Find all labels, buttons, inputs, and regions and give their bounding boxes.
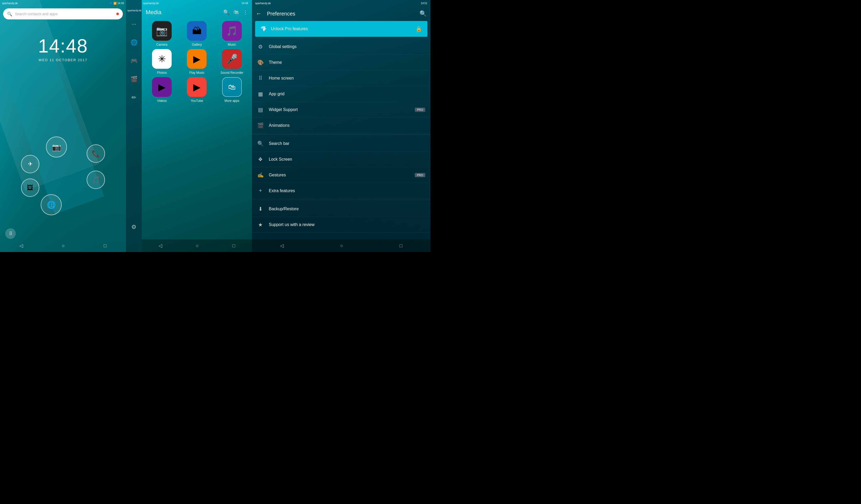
pref-item-gestures[interactable]: ✍ Gestures PRO xyxy=(252,167,430,183)
app-cell-music[interactable]: 🎵 Music xyxy=(216,21,248,46)
pref-item-extra-features[interactable]: + Extra features xyxy=(252,183,430,199)
more-icon: ··· xyxy=(132,21,136,28)
moreapps-label: More apps xyxy=(224,99,240,103)
status-bar-1: sparhandy.de 🔵 📶 14:48 xyxy=(0,0,126,6)
app-cell-videos[interactable]: ▶ Videos xyxy=(146,77,178,103)
sidebar: sparhandy.de ··· 🌐 🎮 🎬 ✏ ⚙ xyxy=(126,0,142,252)
music-app-icon[interactable]: 🎵 xyxy=(87,171,105,189)
home-screen-label: Home screen xyxy=(269,76,425,81)
back-arrow-button[interactable]: ← xyxy=(256,10,262,17)
back-button-3[interactable]: ◁ xyxy=(280,243,284,249)
carrier-3: sparhandy.de xyxy=(255,2,271,5)
app-cell-camera[interactable]: 📷 Camera xyxy=(146,21,178,46)
gear-icon: ⚙ xyxy=(257,44,263,50)
pref-item-animations[interactable]: 🎬 Animations xyxy=(252,118,430,133)
recent-button-1[interactable]: □ xyxy=(104,243,107,249)
back-button-1[interactable]: ◁ xyxy=(19,243,23,249)
media-header: Media 🔍 🛍 ⋮ xyxy=(142,6,252,18)
pref-item-app-grid[interactable]: ▦ App grid xyxy=(252,86,430,102)
phone-app-icon[interactable]: 📞 xyxy=(87,145,105,163)
gestures-label: Gestures xyxy=(269,173,410,177)
browser-app-icon[interactable]: 🌐 xyxy=(41,194,62,215)
app-cell-moreapps[interactable]: 🛍 More apps xyxy=(216,77,248,103)
main-content: sparhandy.de 14:48 Media 🔍 🛍 ⋮ 📷 Camera xyxy=(142,0,252,252)
camera-icon: 📷 xyxy=(152,21,172,41)
pref-item-widget-support[interactable]: ▤ Widget Support PRO xyxy=(252,102,430,118)
carrier-2: sparhandy.de xyxy=(127,9,141,12)
telegram-app-icon[interactable]: ✈ xyxy=(21,155,39,173)
sidebar-item-media[interactable]: 🎬 xyxy=(126,70,142,88)
search-bar-label: Search bar xyxy=(269,141,425,146)
star-icon: ★ xyxy=(257,221,263,228)
status-bar-2: sparhandy.de xyxy=(126,8,142,14)
search-icon: 🔍 xyxy=(7,12,12,16)
widget-support-label: Widget Support xyxy=(269,107,410,112)
unlock-pro-banner[interactable]: 💎 Unlock Pro features 🔒 xyxy=(255,21,427,37)
app-cell-photos[interactable]: ✳ Photos xyxy=(146,49,178,74)
tools-icon: ✏ xyxy=(132,94,136,101)
carrier-2b: sparhandy.de xyxy=(143,2,159,5)
camera-label: Camera xyxy=(156,43,167,46)
pref-item-search-bar[interactable]: 🔍 Search bar xyxy=(252,136,430,151)
sidebar-item-tools[interactable]: ✏ xyxy=(126,88,142,107)
recent-button-3[interactable]: □ xyxy=(399,243,402,249)
diamond-icon: 💎 xyxy=(260,26,267,32)
gestures-icon: ✍ xyxy=(257,172,263,178)
home-button-3[interactable]: ○ xyxy=(340,243,343,249)
search-placeholder-text: Search contacts and apps xyxy=(15,12,114,16)
playmusic-label: Play Music xyxy=(189,71,204,74)
pref-item-lock-screen[interactable]: ❖ Lock Screen xyxy=(252,151,430,167)
animations-label: Animations xyxy=(269,123,425,128)
extra-features-label: Extra features xyxy=(269,189,425,193)
app-cell-gallery[interactable]: 🏔 Gallery xyxy=(181,21,213,46)
playmusic-icon: ▶ xyxy=(187,49,207,69)
camera-app-icon[interactable]: 📷 xyxy=(46,136,67,158)
app-cell-youtube[interactable]: ▶ YouTube xyxy=(181,77,213,103)
pref-item-backup-restore[interactable]: ⬇ Backup/Restore xyxy=(252,201,430,217)
nav-bar-3: ◁ ○ □ xyxy=(252,240,430,252)
page-title: Preferences xyxy=(267,11,414,17)
app-grid-label: App grid xyxy=(269,92,425,96)
gallery-app-icon[interactable]: 🖼 xyxy=(21,178,39,197)
videos-icon: ▶ xyxy=(152,77,172,97)
media-title: Media xyxy=(146,9,161,16)
bottom-dock[interactable]: ⠿ xyxy=(5,228,16,239)
back-button-2[interactable]: ◁ xyxy=(159,243,162,249)
app-grid-icon: ▦ xyxy=(257,91,263,97)
pref-item-global-settings[interactable]: ⚙ Global settings xyxy=(252,39,430,55)
pref-item-theme[interactable]: 🎨 Theme xyxy=(252,55,430,70)
app-cell-playmusic[interactable]: ▶ Play Music xyxy=(181,49,213,74)
preferences-header: ← Preferences 🔍 xyxy=(252,6,430,21)
backup-restore-label: Backup/Restore xyxy=(269,207,425,211)
pref-item-home-screen[interactable]: ⠿ Home screen xyxy=(252,70,430,86)
app-drawer-button[interactable]: ⠿ xyxy=(5,228,16,239)
sidebar-item-more[interactable]: ··· xyxy=(126,15,142,33)
overflow-menu-icon[interactable]: ⋮ xyxy=(243,9,248,15)
sidebar-item-games[interactable]: 🎮 xyxy=(126,52,142,70)
screen2-drawer: sparhandy.de ··· 🌐 🎮 🎬 ✏ ⚙ sparhandy.de … xyxy=(126,0,252,252)
theme-icon: 🎨 xyxy=(257,59,263,66)
time-1: 14:48 xyxy=(117,2,124,5)
photos-icon: ✳ xyxy=(152,49,172,69)
home-button-1[interactable]: ○ xyxy=(62,243,65,249)
theme-label: Theme xyxy=(269,60,425,65)
sidebar-item-settings[interactable]: ⚙ xyxy=(126,218,142,236)
app-cell-soundrecorder[interactable]: 🎤 Sound Recorder xyxy=(216,49,248,74)
unlock-pro-label: Unlock Pro features xyxy=(271,27,415,31)
status-bar-3: sparhandy.de 14:51 xyxy=(252,0,430,6)
gamepad-icon: 🎮 xyxy=(131,57,138,64)
lock-screen-label: Lock Screen xyxy=(269,157,425,162)
videos-label: Videos xyxy=(157,99,166,103)
status-bar-2b: sparhandy.de 14:48 xyxy=(142,0,252,6)
pref-item-support-review[interactable]: ★ Support us with a review xyxy=(252,217,430,233)
sidebar-item-browser[interactable]: 🌐 xyxy=(126,33,142,52)
search-bar[interactable]: 🔍 Search contacts and apps xyxy=(3,9,123,19)
search-button-2[interactable]: 🔍 xyxy=(223,9,230,15)
search-button-3[interactable]: 🔍 xyxy=(420,10,426,17)
widget-icon: ▤ xyxy=(257,107,263,113)
store-icon[interactable]: 🛍 xyxy=(234,9,239,15)
home-button-2[interactable]: ○ xyxy=(196,243,199,249)
media-icon: 🎬 xyxy=(131,76,138,83)
youtube-label: YouTube xyxy=(191,99,203,103)
recent-button-2[interactable]: □ xyxy=(232,243,235,249)
